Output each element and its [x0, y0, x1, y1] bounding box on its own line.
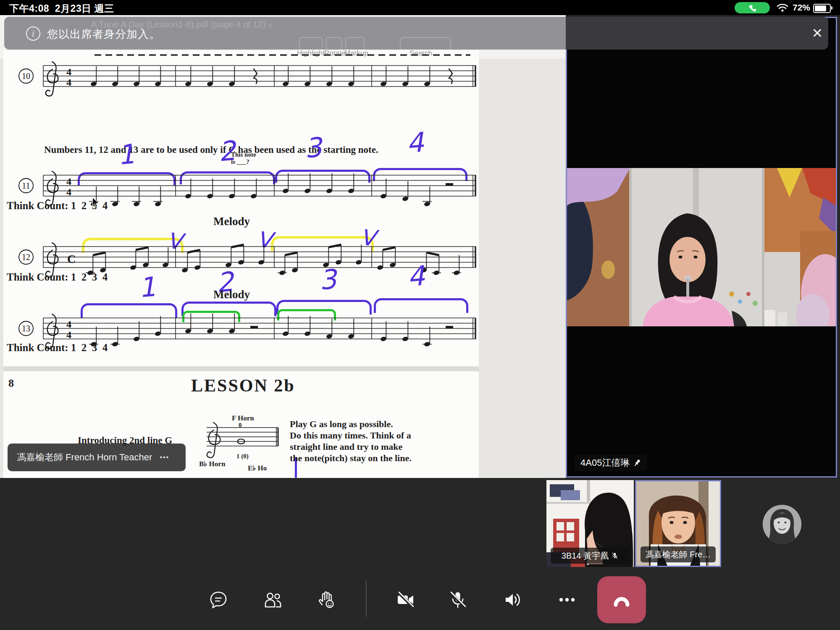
lesson-line-3: straight line and try to make — [290, 441, 412, 452]
pdf-share-tool-ghost[interactable] — [326, 37, 342, 50]
status-time-date: 下午4:08 2月23日 週三 — [9, 2, 114, 15]
teams-call-screen: 下午4:08 2月23日 週三 72% Highlight Rotate Mar… — [0, 0, 840, 630]
pdf-search-field-ghost[interactable] — [400, 37, 451, 50]
camera-off-button[interactable] — [396, 590, 416, 610]
toolbar-divider — [366, 581, 367, 617]
phone-icon — [748, 4, 756, 12]
mic-off-button[interactable] — [448, 590, 468, 610]
wifi-icon — [777, 3, 788, 12]
thumbnail-name-tag: 3B14 黃宇凰 — [551, 548, 630, 564]
pin-icon — [633, 459, 641, 467]
svg-text:C: C — [67, 252, 76, 265]
svg-text:4: 4 — [66, 186, 71, 197]
thumbnail-student-name: 3B14 黃宇凰 — [562, 550, 609, 562]
eb-horn-label: E♭ Ho — [248, 464, 267, 472]
status-time: 下午4:08 — [9, 3, 49, 14]
pen-number-3: 3 — [303, 134, 323, 162]
active-call-pill[interactable] — [735, 2, 770, 13]
more-options-button[interactable] — [557, 590, 577, 610]
pen-number-4: 4 — [405, 129, 425, 157]
melody-heading-2: Melody — [213, 288, 250, 301]
thumbnail-name-tag: 馮嘉榆老師 Fre… — [640, 546, 716, 562]
main-video-name-tag[interactable]: 4A05江僖琳 — [575, 454, 647, 471]
hang-up-icon — [610, 591, 633, 608]
info-icon: i — [26, 26, 40, 41]
bb-horn-label: B♭ Horn — [199, 459, 225, 468]
mic-off-icon — [611, 552, 619, 559]
page-number: 8 — [8, 377, 14, 390]
svg-text:12: 12 — [22, 252, 30, 262]
lesson-title: LESSON 2b — [191, 375, 295, 396]
thumbnail-student-3b14[interactable]: 3B14 黃宇凰 — [546, 480, 634, 567]
pdf-pen-tool-ghost[interactable] — [299, 37, 323, 50]
lesson-line-4: the note(pitch) stay on the line. — [290, 452, 412, 464]
bb-horn-fingering: 1 (0) — [236, 453, 249, 460]
banner-close-button[interactable]: ✕ — [810, 26, 825, 41]
status-bar: 下午4:08 2月23日 週三 72% — [0, 0, 840, 15]
thumbnail-teacher[interactable]: 馮嘉榆老師 Fre… — [635, 480, 721, 567]
page-gap — [3, 366, 479, 371]
lesson-line-1: Play G as long as possible. — [290, 418, 412, 430]
student-video-feed — [567, 168, 836, 326]
svg-text:4: 4 — [66, 319, 71, 330]
pen-number-1b: 1 — [137, 273, 157, 301]
svg-text:4: 4 — [66, 66, 71, 77]
main-video-name: 4A05江僖琳 — [580, 457, 630, 469]
raise-hand-button[interactable] — [317, 590, 337, 610]
svg-text:4: 4 — [66, 77, 71, 88]
svg-text:4: 4 — [66, 329, 71, 340]
think-count-3: Think Count: 1 2 3 4 — [7, 342, 108, 354]
speaker-button[interactable] — [502, 590, 522, 610]
note-hint-line1: This note — [231, 151, 256, 158]
f-horn-fingering: 0 — [239, 422, 242, 429]
participant-avatar[interactable] — [763, 505, 801, 543]
participants-button[interactable] — [263, 590, 283, 610]
svg-text:11: 11 — [22, 181, 30, 190]
chevron-down-icon: ∨ — [268, 21, 273, 29]
lesson-line-2: Do this many times. Think of a — [290, 430, 412, 441]
staff-10: 1044 — [3, 55, 479, 105]
chat-button[interactable] — [208, 590, 228, 610]
pen-number-3b: 3 — [318, 265, 337, 294]
melody-heading-1: Melody — [213, 215, 250, 228]
pdf-markup-tool-ghost[interactable] — [345, 37, 365, 50]
main-video-tile[interactable]: 4A05江僖琳 — [566, 17, 837, 478]
banner-message: 您以出席者身分加入。 — [47, 27, 160, 42]
think-count-2: Think Count: 1 2 3 4 — [7, 271, 108, 283]
battery-icon — [813, 4, 831, 13]
thumbnail-teacher-name: 馮嘉榆老師 Fre… — [646, 549, 711, 560]
svg-text:13: 13 — [22, 324, 30, 333]
presenter-label[interactable]: 馮嘉榆老師 French Horn Teacher ••• — [8, 444, 186, 471]
status-date: 2月23日 週三 — [55, 3, 114, 14]
battery-percent: 72% — [793, 3, 810, 13]
hang-up-button[interactable] — [597, 576, 646, 623]
pen-number-4b: 4 — [406, 262, 425, 290]
f-horn-label: F Horn — [232, 414, 254, 423]
notification-banner-right — [566, 17, 828, 50]
instruction-text: Numbers 11, 12 and 13 are to be used onl… — [44, 144, 378, 155]
note-hint: This note is ___? — [231, 151, 256, 165]
mouse-cursor — [92, 197, 101, 208]
presenter-name: 馮嘉榆老師 French Horn Teacher — [17, 451, 152, 464]
lesson-instructions: Play G as long as possible. Do this many… — [290, 418, 412, 464]
presenter-more-icon[interactable]: ••• — [160, 454, 169, 461]
svg-text:4: 4 — [66, 176, 71, 187]
svg-text:10: 10 — [22, 71, 30, 81]
